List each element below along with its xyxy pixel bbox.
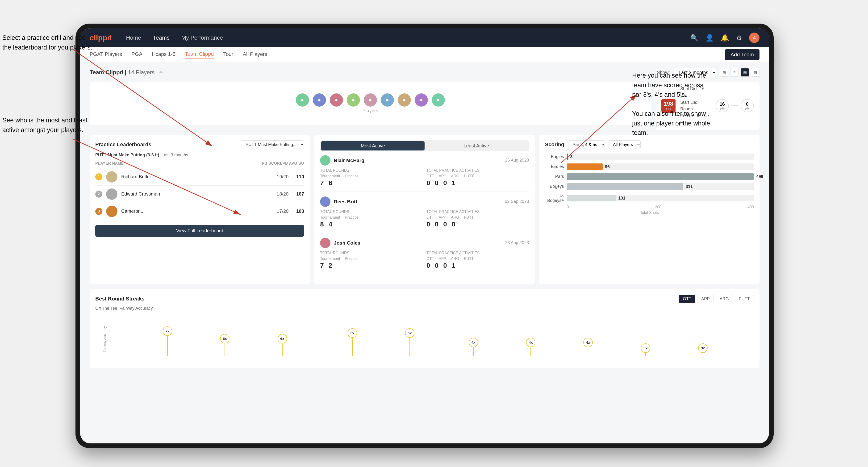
three-cols: Practice Leaderboards PUTT Must Make Put… [90, 135, 760, 284]
arg-val-3: 0 [443, 262, 447, 269]
practice-val-3: 2 [329, 262, 332, 269]
table-view-icon[interactable]: ⊟ [751, 68, 760, 76]
nav-home[interactable]: Home [126, 34, 141, 41]
app-val-2: 0 [435, 220, 439, 228]
pa-name-1: Blair McHarg [334, 158, 502, 163]
activity-tabs: Most Active Least Active [320, 140, 529, 151]
dist-circle-1: 16 yds [716, 99, 729, 112]
player-filter[interactable]: All Players [609, 140, 641, 149]
person-icon[interactable]: 👤 [706, 34, 714, 42]
annotation-3: Here you can see how theteam have scored… [632, 71, 710, 138]
nav-performance[interactable]: My Performance [181, 34, 223, 41]
total-rounds-label-3: Total Rounds [320, 251, 423, 255]
bar-track-dbogeys: 131 [567, 195, 754, 201]
tournament-val-1: 7 [320, 179, 324, 187]
player-avatar-9[interactable]: ● [432, 93, 445, 106]
view-full-leaderboard-button[interactable]: View Full Leaderboard [95, 225, 304, 237]
subnav-tour[interactable]: Tour [223, 51, 233, 58]
player-activity-1: Blair McHarg 26 Aug 2023 Total Rounds To… [320, 155, 529, 192]
col-score: PB SCORE [262, 161, 283, 165]
player-activity-3: Josh Coles 26 Aug 2023 Total Rounds Tour… [320, 238, 529, 274]
bar-label-birdies: Birdies [545, 164, 564, 169]
filter-btn-putt[interactable]: PUTT [735, 295, 754, 303]
streaks-subtitle: Off The Tee, Fairway Accuracy [95, 306, 754, 311]
practice-activities-group-2: Total Practice Activities OTTAPPARGPUTT … [427, 210, 529, 228]
lb-row-3[interactable]: 3 Cameron... 17/20 103 [95, 203, 304, 220]
bar-track-birdies: 96 [567, 163, 754, 170]
total-rounds-group-2: Total Rounds TournamentPractice 8 4 [320, 210, 423, 228]
filter-btn-app[interactable]: APP [697, 295, 714, 303]
streaks-title: Best Round Streaks [95, 296, 145, 302]
card-view-icon[interactable]: ▦ [741, 68, 749, 76]
total-rounds-label-2: Total Rounds [320, 210, 423, 214]
col-avg: PB AVG SQ [283, 161, 304, 165]
team-title: Team Clippd | 14 Players [90, 69, 155, 76]
team-count: 14 Players [128, 69, 154, 75]
practice-activities-group-1: Total Practice Activities OTTAPPARGPUTT … [427, 168, 529, 187]
leaderboard-card: Practice Leaderboards PUTT Must Make Put… [90, 135, 310, 284]
player-avatar-4[interactable]: ● [347, 93, 360, 106]
player-avatar-8[interactable]: ● [415, 93, 428, 106]
filter-btn-arg[interactable]: ARG [716, 295, 733, 303]
rounds-values-2: 8 4 [320, 220, 423, 228]
rounds-sub-labels-1: TournamentPractice [320, 174, 423, 178]
tab-most-active[interactable]: Most Active [321, 141, 425, 151]
avatar[interactable]: A [749, 33, 760, 43]
bar-val-pars: 499 [756, 174, 763, 179]
lb-row-2[interactable]: 2 Edward Crossman 18/20 107 [95, 186, 304, 203]
pa-avatar-3 [320, 238, 331, 248]
subnav-pga[interactable]: PGA [131, 51, 142, 58]
drill-select[interactable]: PUTT Must Make Putting... [241, 140, 304, 149]
putt-val-3: 1 [452, 262, 456, 269]
settings-icon[interactable]: ⚙ [736, 34, 742, 42]
activities-values-1: 0 0 0 1 [427, 179, 529, 187]
pa-header-2: Rees Britt 02 Sep 2023 [320, 196, 529, 207]
putt-val-1: 1 [452, 179, 456, 187]
bar-row-eagles: Eagles 3 [545, 154, 754, 160]
bar-label-eagles: Eagles [545, 154, 564, 159]
ott-val-1: 0 [427, 179, 430, 187]
tab-least-active[interactable]: Least Active [425, 141, 528, 151]
player-avatar-2[interactable]: ● [313, 93, 326, 106]
player-avatar-1[interactable]: ● [296, 93, 309, 106]
annotation-2: See who is the most and leastactive amon… [2, 116, 87, 135]
player-avatar-6[interactable]: ● [381, 93, 394, 106]
rank-3: 3 [95, 208, 102, 215]
drill-subtitle: PUTT Must Make Putting (3-6 ft), Last 3 … [95, 153, 304, 158]
total-rounds-group-3: Total Rounds TournamentPractice 7 2 [320, 251, 423, 269]
practice-activities-label-3: Total Practice Activities [427, 251, 529, 255]
practice-val-2: 4 [329, 220, 332, 228]
app-val-1: 0 [435, 179, 439, 187]
streak-dot: 4x [583, 338, 593, 347]
rank-1: 1 [95, 173, 102, 181]
nav-teams[interactable]: Teams [153, 34, 169, 41]
bell-icon[interactable]: 🔔 [721, 34, 729, 42]
player-avatar-7[interactable]: ● [398, 93, 411, 106]
player-avatar-3[interactable]: ● [330, 93, 343, 106]
streak-dot: 6x [278, 334, 287, 343]
search-icon[interactable]: 🔍 [690, 34, 699, 42]
bar-label-dbogeys: D. Bogeys+ [545, 193, 564, 203]
top-nav: clippd Home Teams My Performance 🔍 👤 🔔 ⚙… [80, 28, 769, 47]
lb-row-1[interactable]: 1 Richard Butler 19/20 110 [95, 168, 304, 186]
subnav-teamclippd[interactable]: Team Clippd [185, 51, 214, 59]
bar-val-bogeys: 311 [686, 184, 693, 189]
edit-icon[interactable]: ✏ [159, 69, 163, 75]
nav-icons: 🔍 👤 🔔 ⚙ A [690, 33, 760, 43]
bar-val-birdies: 96 [605, 164, 610, 169]
bar-fill-dbogeys [567, 195, 616, 201]
ott-val-2: 0 [427, 220, 430, 228]
streaks-section: Best Round Streaks OTT APP ARG PUTT Off … [90, 289, 760, 368]
add-team-button[interactable]: Add Team [725, 49, 760, 60]
subnav-allplayers[interactable]: All Players [243, 51, 267, 58]
subnav-pgat[interactable]: PGAT Players [90, 51, 122, 58]
list-view-icon[interactable]: ≡ [730, 68, 739, 76]
subnav-hcaps[interactable]: Hcaps 1-5 [152, 51, 176, 58]
streak-dot: 3x [641, 343, 650, 353]
grid-view-icon[interactable]: ⊞ [720, 68, 728, 76]
player-avatar-5[interactable]: ● [364, 93, 377, 106]
filter-btn-ott[interactable]: OTT [679, 295, 695, 303]
par-filter[interactable]: Par 3, 4 & 5s [568, 140, 605, 149]
annotation-1: Select a practice drill and seethe leade… [2, 33, 92, 52]
bar-track-pars: 499 [567, 173, 754, 180]
